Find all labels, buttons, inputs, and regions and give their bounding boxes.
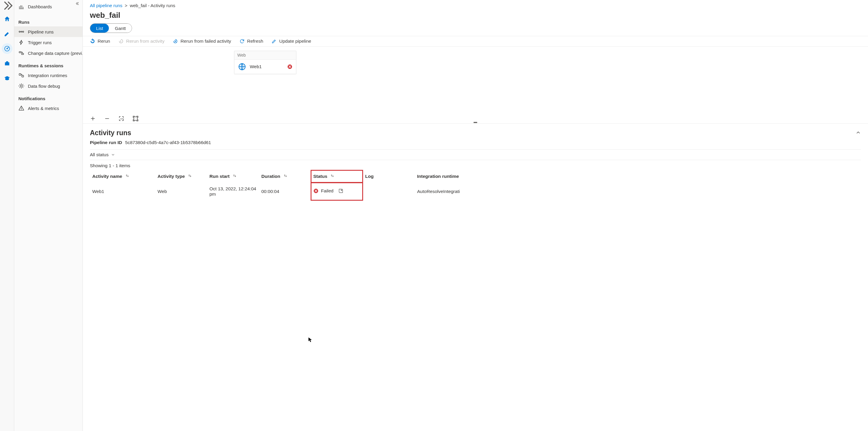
- zoom-out-button[interactable]: [104, 115, 110, 122]
- toolbar-label: Rerun from failed activity: [180, 38, 231, 44]
- col-label: Activity type: [157, 174, 185, 179]
- update-pipeline-button[interactable]: Update pipeline: [272, 38, 311, 44]
- activity-runs-title: Activity runs: [90, 129, 131, 137]
- zoom-in-button[interactable]: [90, 115, 96, 122]
- svg-point-8: [21, 85, 23, 87]
- mouse-cursor-icon: [308, 337, 312, 342]
- chevrons-left-icon: [75, 1, 80, 6]
- collapse-section-button[interactable]: [856, 130, 861, 136]
- runtime-icon: [19, 72, 24, 78]
- toolbox-icon: [4, 60, 10, 67]
- minus-icon: [104, 115, 110, 122]
- failed-status-icon: [313, 188, 319, 194]
- breadcrumb-sep: >: [125, 3, 127, 8]
- zoom-fit-button[interactable]: [133, 115, 138, 122]
- pencil-icon: [4, 31, 10, 37]
- col-activity-type[interactable]: Activity type: [155, 170, 207, 183]
- trigger-icon: [19, 39, 24, 45]
- sidebar-item-dashboards[interactable]: Dashboards: [14, 1, 83, 12]
- table-header-row: Activity name Activity type Run start Du…: [90, 170, 861, 183]
- chevron-up-icon: [856, 130, 861, 135]
- tab-gantt[interactable]: Gantt: [109, 24, 132, 33]
- sort-icon: [125, 174, 130, 178]
- dashboard-icon: [19, 4, 24, 9]
- rerun-button[interactable]: Rerun: [90, 38, 110, 44]
- fit-icon: [133, 115, 138, 122]
- cell-run-start: Oct 13, 2022, 12:24:04 pm: [207, 183, 259, 200]
- rerun-from-failed-button[interactable]: Rerun from failed activity: [173, 38, 231, 44]
- breadcrumb: All pipeline runs > web_fail - Activity …: [83, 0, 868, 8]
- cell-log: [363, 183, 415, 200]
- svg-rect-12: [134, 117, 137, 120]
- sidebar-heading-notifications: Notifications: [14, 91, 83, 103]
- rail-manage[interactable]: [2, 58, 12, 69]
- toolbar-label: Update pipeline: [279, 38, 311, 44]
- cell-activity-type: Web: [155, 183, 207, 200]
- rail-monitor[interactable]: [2, 43, 12, 54]
- alert-icon: [19, 105, 24, 111]
- splitter-handle[interactable]: ▬: [474, 120, 477, 124]
- toolbar-label: Refresh: [247, 38, 263, 44]
- sidebar-item-pipeline-runs[interactable]: Pipeline runs: [14, 26, 83, 37]
- toolbar-label: Rerun: [98, 38, 110, 44]
- sidebar-item-trigger-runs[interactable]: Trigger runs: [14, 37, 83, 48]
- sidebar-heading-runtimes: Runtimes & sessions: [14, 58, 83, 70]
- activity-runs-table: Activity name Activity type Run start Du…: [90, 170, 861, 200]
- chevron-down-icon: [111, 153, 115, 157]
- pipeline-run-id: Pipeline run ID 5c87380d-c5d5-4a7c-af43-…: [90, 140, 861, 145]
- expand-rail-button[interactable]: [0, 2, 14, 9]
- svg-point-14: [341, 190, 342, 191]
- col-duration[interactable]: Duration: [259, 170, 311, 183]
- toolbar-label: Rerun from activity: [126, 38, 164, 44]
- globe-icon: [238, 63, 246, 71]
- refresh-icon: [239, 38, 245, 44]
- breadcrumb-current: web_fail - Activity runs: [130, 3, 175, 8]
- col-label: Integration runtime: [417, 174, 459, 179]
- svg-rect-5: [22, 53, 24, 55]
- error-details-icon[interactable]: [338, 188, 343, 194]
- activity-runs-section: Activity runs Pipeline run ID 5c87380d-c…: [83, 124, 868, 200]
- rail-home[interactable]: [2, 13, 12, 24]
- activity-node[interactable]: Web Web1: [234, 51, 297, 74]
- status-filter-dropdown[interactable]: All status: [90, 152, 115, 157]
- page-title: web_fail: [83, 8, 868, 24]
- plus-icon: [90, 115, 96, 122]
- refresh-button[interactable]: Refresh: [239, 38, 263, 44]
- sidebar-item-alerts-metrics[interactable]: Alerts & metrics: [14, 103, 83, 113]
- rail-author[interactable]: [2, 29, 12, 39]
- sidebar: Dashboards Runs Pipeline runs Trigger ru…: [14, 0, 83, 431]
- activity-node-name: Web1: [250, 64, 284, 69]
- graduation-cap-icon: [4, 75, 10, 81]
- col-status[interactable]: Status: [311, 170, 363, 183]
- sort-icon: [283, 174, 289, 178]
- col-run-start[interactable]: Run start: [207, 170, 259, 183]
- col-label: Run start: [210, 174, 229, 179]
- rerun-activity-icon: [118, 38, 124, 44]
- status-text: Failed: [321, 188, 334, 194]
- sidebar-item-label: Alerts & metrics: [28, 106, 59, 111]
- rerun-icon: [90, 38, 95, 44]
- sort-icon: [232, 174, 238, 178]
- svg-rect-4: [19, 52, 21, 53]
- col-activity-name[interactable]: Activity name: [90, 170, 155, 183]
- tab-list[interactable]: List: [90, 24, 109, 33]
- sort-icon: [330, 174, 336, 178]
- sort-icon: [188, 174, 193, 178]
- run-id-label: Pipeline run ID: [90, 140, 122, 145]
- zoom-reset-button[interactable]: 100%: [118, 115, 124, 122]
- col-label: Status: [313, 174, 327, 179]
- table-row[interactable]: Web1 Web Oct 13, 2022, 12:24:04 pm 00:00…: [90, 183, 861, 200]
- rail-learn[interactable]: [2, 73, 12, 84]
- left-rail: [0, 0, 14, 431]
- sidebar-item-label: Integration runtimes: [28, 73, 67, 78]
- breadcrumb-root-link[interactable]: All pipeline runs: [90, 3, 122, 8]
- cdc-icon: [19, 50, 24, 56]
- col-log[interactable]: Log: [363, 170, 415, 183]
- sidebar-item-dataflow-debug[interactable]: Data flow debug: [14, 80, 83, 91]
- col-integration-runtime[interactable]: Integration runtime: [415, 170, 861, 183]
- sidebar-item-cdc[interactable]: Change data capture (previ...: [14, 48, 83, 58]
- collapse-sidebar-button[interactable]: [75, 1, 80, 7]
- pipeline-canvas[interactable]: Web Web1 100% ▬: [83, 46, 868, 124]
- col-label: Duration: [261, 174, 280, 179]
- sidebar-item-integration-runtimes[interactable]: Integration runtimes: [14, 70, 83, 80]
